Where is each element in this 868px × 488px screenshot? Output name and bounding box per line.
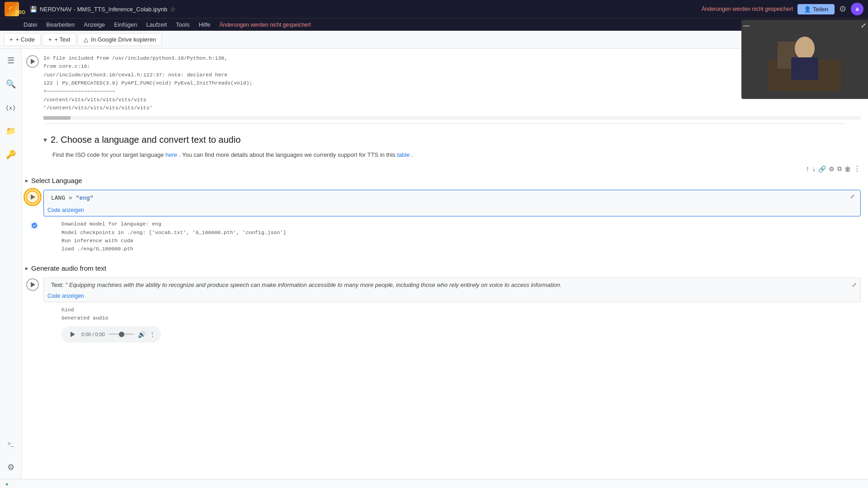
show-code-label-1: Code anzeigen [44,206,88,216]
user-avatar[interactable]: a [851,3,863,15]
section-collapse-arrow[interactable]: ▾ [43,136,47,144]
star-icon[interactable]: ☆ [170,5,176,13]
menu-hilfe[interactable]: Hilfe [198,21,210,28]
cell-expand-icon[interactable]: ⤢ [850,193,857,200]
output-inference: Run inference with cuda [61,237,857,245]
run-button-generate[interactable] [26,278,39,291]
content-area: ☰ 🔍 {x} 📁 🔑 >_ ⚙ In file included from /… [0,49,868,479]
audio-time-display: 0:00 / 0:00 [81,332,105,337]
generate-audio-title: ▸ Generate audio from text [25,263,861,276]
audio-output-text: hind Generated audio [43,304,861,324]
equals-sign: = [65,195,75,202]
output-line-5: ^~~~~~~~~~~~~~~~~~~~~~~ [43,88,861,96]
video-expand-button[interactable]: ⤢ [861,22,866,29]
run-button-select-lang[interactable] [26,191,39,203]
subsection-arrow[interactable]: ▸ [25,177,28,184]
cell-copy-icon[interactable]: ⧉ [837,165,842,173]
generate-audio-cell: Text:" Equipping machines with the abili… [25,276,861,304]
share-button[interactable]: 👤 Teilen [797,4,835,14]
show-code-label-2: Code anzeigen [44,292,88,302]
section-cell-toolbar: ↑ ↓ 🔗 ⚙ ⧉ 🗑 ⋮ [22,164,868,175]
cell-down-icon[interactable]: ↓ [812,165,816,173]
divider-1 [45,123,844,124]
select-language-title: ▸ Select Language [25,175,861,188]
compiler-output-text: In file included from /usr/include/pytho… [43,52,861,114]
drive-copy-button[interactable]: △ In Google Drive kopieren [78,33,162,46]
section-desc-text-2: . You can find more details about the la… [179,151,396,158]
select-language-code-cell: LANG = "eng" ⤢ Code anzeigen [25,188,861,218]
menu-laufzeit[interactable]: Laufzeit [146,21,167,28]
drive-icon: △ [84,36,88,43]
sidebar-key-icon[interactable]: 🔑 [3,146,19,163]
status-bar: ● [0,479,868,488]
text-label: Text: [51,282,63,288]
section-2-description: Find the ISO code for your target langua… [22,149,868,165]
video-minimize-button[interactable]: — [743,22,750,29]
svg-point-2 [13,9,14,10]
scrollbar-thumb [43,116,71,120]
lang-var: LANG [51,195,65,202]
menu-anzeige[interactable]: Anzeige [84,21,105,28]
lang-code-content: LANG = "eng" [47,193,850,203]
output-load: load ./eng/G_100000.pth [61,245,857,253]
sidebar-files-icon[interactable]: 📁 [3,123,19,139]
output-generated-audio-label: Generated audio [61,314,857,322]
cell-up-icon[interactable]: ↑ [806,165,809,173]
audio-play-button[interactable] [67,329,78,340]
table-link[interactable]: table [397,151,410,158]
horizontal-scrollbar[interactable] [43,116,861,120]
audio-volume-button[interactable]: 🔊 [138,331,146,338]
generate-title-label: Generate audio from text [31,264,106,272]
text-input-cell[interactable]: Text:" Equipping machines with the abili… [43,277,861,302]
show-code-link-2[interactable]: Code anzeigen [44,292,860,302]
cell-settings-icon[interactable]: ⚙ [829,165,835,173]
output-line-6: /content/vits/vits/vits/vits/vits [43,96,861,104]
menu-tools[interactable]: Tools [176,21,189,28]
plus-icon-text: + [48,36,52,43]
sidebar-settings-bottom-icon[interactable]: ⚙ [3,459,19,475]
audio-progress-bar[interactable] [108,333,134,335]
sidebar-menu-icon[interactable]: ☰ [3,52,19,69]
add-code-button[interactable]: + + Code [4,33,41,46]
lang-code-cell[interactable]: LANG = "eng" ⤢ Code anzeigen [43,190,861,216]
text-cell-expand[interactable]: ⤢ [852,282,857,288]
add-text-button[interactable]: + + Text [42,33,76,46]
menu-einfuegen[interactable]: Einfügen [114,21,137,28]
sidebar-terminal-icon[interactable]: >_ [3,436,19,452]
output-checkpoints: Model checkpoints in ./eng: ['vocab.txt'… [61,229,857,237]
text-cell-content: Text:" Equipping machines with the abili… [47,282,852,288]
here-link[interactable]: here [165,151,177,158]
status-dot: ● [5,481,9,487]
sidebar-search-icon[interactable]: 🔍 [3,76,19,92]
generate-arrow[interactable]: ▸ [25,265,28,272]
run-button-compiler[interactable] [26,55,39,68]
sidebar-variables-icon[interactable]: {x} [3,99,19,116]
menu-warning: Änderungen werden nicht gespeichert [219,22,311,28]
select-lang-output-cell: Download model for language: eng Model c… [25,218,861,255]
output-line-3: /usr/include/python3.10/ceval.h:122:37: … [43,71,861,79]
share-icon: 👤 [804,6,811,13]
generate-audio-section: ▸ Generate audio from text Text:" Equipp… [25,263,861,344]
menu-datei[interactable]: Datei [24,21,37,28]
audio-progress-thumb [119,332,124,337]
text-btn-label: + Text [54,36,70,43]
menu-bearbeiten[interactable]: Bearbeiten [46,21,75,28]
lang-value: "eng" [76,195,94,202]
drive-btn-label: In Google Drive kopieren [91,36,156,43]
audio-more-button[interactable]: ⋮ [149,331,156,338]
cell-link-icon[interactable]: 🔗 [818,165,826,173]
section-desc-text-3: . [411,151,413,158]
lang-code-inner: LANG = "eng" ⤢ [44,190,860,206]
cell-more-icon[interactable]: ⋮ [854,164,861,173]
select-language-label: Select Language [31,177,82,184]
settings-icon[interactable]: ⚙ [839,4,846,14]
audio-player[interactable]: 0:00 / 0:00 🔊 ⋮ [61,326,161,343]
compiler-output-section: In file included from /usr/include/pytho… [25,52,861,120]
cell-delete-icon[interactable]: 🗑 [844,165,851,173]
show-code-link-1[interactable]: Code anzeigen [44,206,860,216]
menu-bar: Datei Bearbeiten Anzeige Einfügen Laufze… [0,18,868,31]
svg-rect-7 [791,57,818,80]
output-line-1: In file included from /usr/include/pytho… [43,54,861,62]
completed-icon [30,221,39,230]
video-feed [741,20,868,99]
